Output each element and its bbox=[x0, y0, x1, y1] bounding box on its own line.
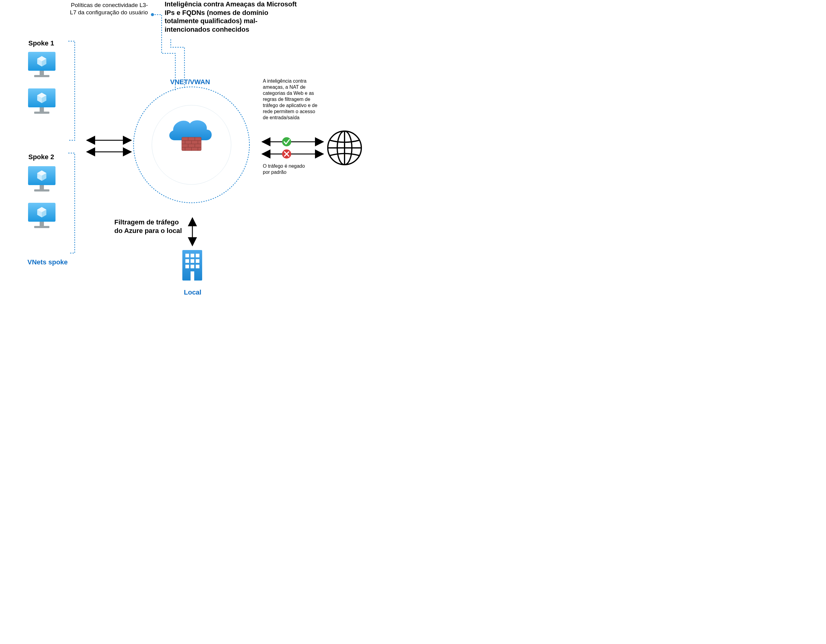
svg-rect-49 bbox=[196, 265, 199, 268]
vm-icon-4 bbox=[28, 203, 56, 228]
policies-dot bbox=[151, 13, 154, 16]
svg-rect-4 bbox=[34, 75, 50, 77]
svg-rect-43 bbox=[196, 254, 199, 258]
vm-icon-2 bbox=[28, 88, 56, 114]
threat-connector-2 bbox=[171, 40, 185, 88]
spoke1-bracket bbox=[68, 41, 75, 140]
diagram-canvas: Políticas de conectividade L3-L7 da conf… bbox=[0, 0, 390, 305]
svg-rect-42 bbox=[191, 254, 194, 258]
vm-icon-1 bbox=[28, 52, 56, 77]
spoke2-bracket bbox=[68, 153, 75, 253]
policies-connector bbox=[152, 15, 161, 40]
building-icon bbox=[182, 250, 202, 281]
svg-rect-46 bbox=[196, 259, 199, 263]
svg-rect-22 bbox=[34, 226, 50, 228]
svg-rect-16 bbox=[34, 189, 50, 191]
diagram-svg bbox=[0, 0, 390, 305]
cross-icon bbox=[282, 149, 291, 158]
svg-rect-10 bbox=[34, 112, 50, 114]
svg-rect-3 bbox=[40, 71, 44, 75]
svg-rect-48 bbox=[191, 265, 194, 268]
svg-rect-21 bbox=[40, 222, 44, 226]
globe-icon bbox=[328, 131, 361, 164]
svg-rect-47 bbox=[185, 265, 189, 268]
svg-point-0 bbox=[282, 137, 291, 146]
check-icon bbox=[282, 137, 291, 146]
svg-rect-50 bbox=[191, 272, 194, 281]
svg-rect-45 bbox=[191, 259, 194, 263]
svg-rect-15 bbox=[40, 185, 44, 189]
svg-rect-41 bbox=[185, 254, 189, 258]
vm-icon-3 bbox=[28, 166, 56, 191]
svg-rect-9 bbox=[40, 107, 44, 112]
svg-rect-44 bbox=[185, 259, 189, 263]
